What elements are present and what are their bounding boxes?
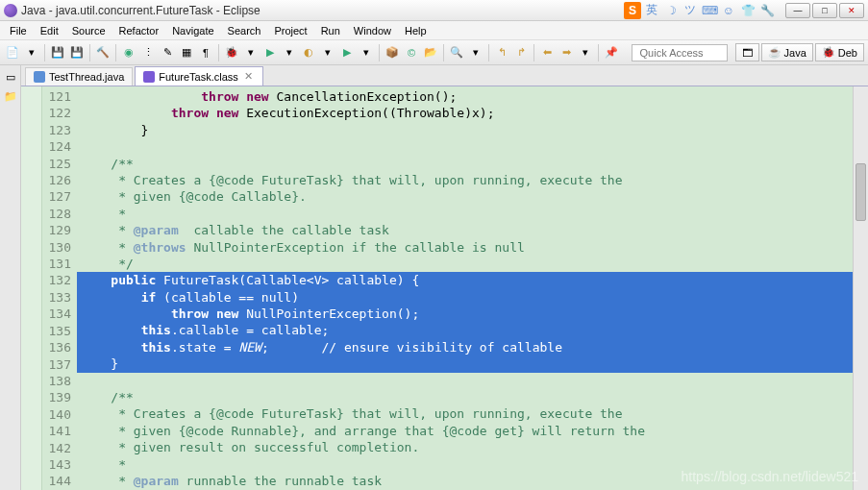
menu-edit[interactable]: Edit	[35, 23, 64, 38]
java-file-icon	[34, 71, 45, 83]
code-content[interactable]: throw new CancellationException(); throw…	[77, 86, 853, 490]
code-line[interactable]: /**	[77, 156, 853, 172]
perspective-debug[interactable]: 🐞Deb	[815, 43, 864, 61]
menu-source[interactable]: Source	[66, 23, 112, 38]
new-class-button[interactable]: ©	[403, 44, 420, 61]
code-line[interactable]: }	[77, 355, 853, 372]
vertical-scrollbar[interactable]	[853, 86, 868, 490]
code-line[interactable]: * @param runnable the runnable task	[77, 473, 853, 489]
dropdown-icon[interactable]: ▾	[242, 44, 260, 61]
code-line[interactable]: throw new ExecutionException((Throwable)…	[77, 105, 853, 121]
coverage-button[interactable]: ◐	[300, 44, 317, 61]
line-numbers: 1211221231241251261271281291301311321331…	[42, 86, 77, 490]
code-line[interactable]: this.state = NEW; // ensure visibility o…	[77, 339, 853, 355]
menu-file[interactable]: File	[4, 23, 33, 38]
tab-futuretask-class[interactable]: FutureTask.class✕	[135, 66, 263, 86]
code-line[interactable]: *	[77, 456, 853, 473]
open-type-button[interactable]: ◉	[120, 44, 137, 61]
open-task-button[interactable]: 📂	[422, 44, 439, 61]
menu-project[interactable]: Project	[268, 23, 312, 38]
menu-run[interactable]: Run	[315, 23, 346, 38]
dropdown-icon[interactable]: ▾	[281, 44, 298, 61]
code-line[interactable]: }	[77, 122, 853, 138]
menu-window[interactable]: Window	[348, 23, 397, 38]
editor-tabs: TestThread.javaFutureTask.class✕	[21, 65, 868, 86]
dropdown-icon[interactable]: ▾	[319, 44, 336, 61]
folding-gutter[interactable]	[21, 86, 42, 490]
scrollbar-thumb[interactable]	[856, 163, 866, 221]
editor-area: TestThread.javaFutureTask.class✕ 1211221…	[21, 65, 868, 490]
code-line[interactable]: * @param callable the callable task	[77, 222, 853, 238]
code-editor[interactable]: 1211221231241251261271281291301311321331…	[21, 86, 868, 490]
window-controls: — □ ✕	[785, 3, 864, 18]
eclipse-icon	[4, 4, 17, 17]
package-explorer-icon[interactable]: 📁	[3, 88, 18, 104]
code-line[interactable]: if (callable == null)	[77, 289, 853, 306]
new-button[interactable]: 📄	[4, 44, 21, 61]
save-all-button[interactable]: 💾	[68, 44, 86, 61]
code-line[interactable]: * given result on successful completion.	[77, 439, 853, 455]
annotation-prev-button[interactable]: ↰	[493, 44, 510, 61]
sogou-icon[interactable]: S	[624, 2, 641, 19]
dropdown-icon[interactable]: ▾	[23, 44, 40, 61]
run-button[interactable]: ▶	[261, 44, 279, 61]
forward-button[interactable]: ➡	[558, 44, 575, 61]
menu-help[interactable]: Help	[399, 23, 433, 38]
tab-label: TestThread.java	[49, 71, 124, 83]
new-package-button[interactable]: 📦	[384, 44, 401, 61]
close-button[interactable]: ✕	[839, 3, 864, 18]
code-line[interactable]	[77, 373, 853, 389]
toggle-mark-button[interactable]: ✎	[159, 44, 176, 61]
code-line[interactable]: * given {@code Runnable}, and arrange th…	[77, 423, 853, 439]
tab-testthread-java[interactable]: TestThread.java	[25, 67, 133, 86]
code-line[interactable]: * given {@code Callable}.	[77, 188, 853, 205]
dropdown-icon[interactable]: ▾	[577, 44, 594, 61]
run-last-button[interactable]: ▶	[338, 44, 356, 61]
build-button[interactable]: 🔨	[94, 44, 112, 61]
left-trim: ▭ 📁	[0, 65, 21, 490]
shirt-icon[interactable]: 👕	[739, 2, 756, 19]
code-line[interactable]: * Creates a {@code FutureTask} that will…	[77, 172, 853, 188]
search-button[interactable]: 🔍	[448, 44, 465, 61]
debug-button[interactable]: 🐞	[223, 44, 240, 61]
back-button[interactable]: ⬅	[538, 44, 556, 61]
main-area: ▭ 📁 TestThread.javaFutureTask.class✕ 121…	[0, 65, 868, 490]
tool-icon[interactable]: 🔧	[758, 2, 776, 19]
moon-icon[interactable]: ☽	[662, 2, 680, 19]
class-file-icon	[143, 71, 155, 83]
menubar: FileEditSourceRefactorNavigateSearchProj…	[0, 21, 868, 40]
minimize-button[interactable]: —	[785, 3, 810, 18]
restore-view-icon[interactable]: ▭	[3, 69, 18, 85]
menu-refactor[interactable]: Refactor	[113, 23, 165, 38]
code-line[interactable]	[77, 138, 853, 155]
toggle-breadcrumb-button[interactable]: ⋮	[139, 44, 157, 61]
menu-search[interactable]: Search	[222, 23, 267, 38]
show-whitespace-button[interactable]: ¶	[197, 44, 214, 61]
code-line[interactable]: /**	[77, 389, 853, 405]
quick-access-input[interactable]	[632, 44, 728, 61]
lang-indicator[interactable]: 英	[643, 2, 660, 19]
person-icon[interactable]: ☺	[720, 2, 737, 19]
close-icon[interactable]: ✕	[242, 70, 255, 83]
save-button[interactable]: 💾	[49, 44, 66, 61]
code-line[interactable]: * Creates a {@code FutureTask} that will…	[77, 405, 853, 422]
code-line[interactable]: */	[77, 256, 853, 272]
dropdown-icon[interactable]: ▾	[467, 44, 484, 61]
code-line[interactable]: throw new NullPointerException();	[77, 306, 853, 322]
toggle-block-button[interactable]: ▦	[178, 44, 195, 61]
code-line[interactable]: public FutureTask(Callable<V> callable) …	[77, 272, 853, 288]
code-line[interactable]: * @throws NullPointerException if the ca…	[77, 239, 853, 256]
menu-navigate[interactable]: Navigate	[166, 23, 219, 38]
perspective-switcher: 🗔 ☕Java 🐞Deb	[735, 43, 864, 61]
perspective-java[interactable]: ☕Java	[761, 43, 813, 61]
code-line[interactable]: throw new CancellationException();	[77, 88, 853, 105]
open-perspective-button[interactable]: 🗔	[735, 43, 759, 61]
dropdown-icon[interactable]: ▾	[358, 44, 375, 61]
face-icon[interactable]: ツ	[682, 2, 699, 19]
keyboard-icon[interactable]: ⌨	[701, 2, 718, 19]
code-line[interactable]: this.callable = callable;	[77, 322, 853, 338]
code-line[interactable]: *	[77, 206, 853, 222]
annotation-next-button[interactable]: ↱	[512, 44, 530, 61]
pin-button[interactable]: 📌	[603, 44, 620, 61]
maximize-button[interactable]: □	[812, 3, 837, 18]
